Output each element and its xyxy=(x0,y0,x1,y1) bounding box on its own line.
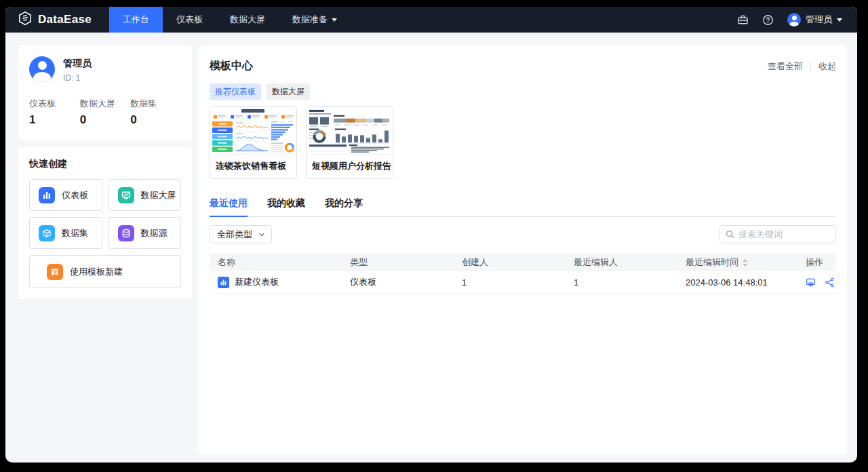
row-name[interactable]: 新建仪表板 xyxy=(235,276,279,288)
profile-card: 管理员 ID: 1 仪表板 1 数据大屏 0 数据集 0 xyxy=(18,45,192,140)
main-panel: 模板中心 查看全部 收起 推荐仪表板 数据大屏 xyxy=(199,45,847,454)
create-dataset-button[interactable]: 数据集 xyxy=(29,217,102,249)
col-creator: 创建人 xyxy=(462,256,574,269)
nav-label: 仪表板 xyxy=(176,14,203,26)
quick-create-label: 数据集 xyxy=(62,227,88,239)
template-card-title: 连锁茶饮销售看板 xyxy=(210,155,296,178)
share-icon[interactable] xyxy=(825,277,835,288)
divider xyxy=(810,62,811,71)
row-last-editor: 1 xyxy=(574,277,686,288)
col-last-edited: 最近编辑时间 xyxy=(686,256,797,269)
stat-dataset: 数据集 0 xyxy=(130,98,181,127)
create-from-template-button[interactable]: 使用模板新建 xyxy=(29,255,181,288)
create-datascreen-button[interactable]: 数据大屏 xyxy=(108,179,182,211)
nav-item-datascreen[interactable]: 数据大屏 xyxy=(216,7,279,33)
tab-my-shares[interactable]: 我的分享 xyxy=(325,197,363,216)
template-icon xyxy=(47,264,63,280)
collapse-link[interactable]: 收起 xyxy=(818,60,836,73)
quick-create-card: 快速创建 仪表板 数据大屏 xyxy=(18,147,192,299)
quick-create-label: 数据源 xyxy=(141,227,167,239)
stat-dashboard: 仪表板 1 xyxy=(29,98,80,127)
col-last-editor: 最近编辑人 xyxy=(574,256,686,269)
stat-value: 0 xyxy=(130,113,181,127)
nav-label: 工作台 xyxy=(123,14,149,26)
sort-icon[interactable] xyxy=(742,258,748,267)
search-icon xyxy=(726,230,734,239)
stat-label: 数据集 xyxy=(130,98,181,110)
tag-datascreen[interactable]: 数据大屏 xyxy=(267,83,310,100)
create-dashboard-button[interactable]: 仪表板 xyxy=(29,179,102,211)
datasource-icon xyxy=(118,225,134,241)
brand-name: DataEase xyxy=(38,13,92,26)
user-menu[interactable]: 管理员 xyxy=(787,13,842,26)
help-icon[interactable] xyxy=(762,14,774,26)
avatar xyxy=(29,56,55,82)
template-tags: 推荐仪表板 数据大屏 xyxy=(210,83,836,100)
tab-my-favorites[interactable]: 我的收藏 xyxy=(267,197,305,216)
profile-id: ID: 1 xyxy=(63,73,92,83)
chevron-down-icon xyxy=(332,18,337,22)
tag-recommended-dashboards[interactable]: 推荐仪表板 xyxy=(210,83,261,100)
dataease-logo-icon xyxy=(18,11,33,28)
dashboard-icon xyxy=(39,187,55,203)
nav-item-workbench[interactable]: 工作台 xyxy=(109,7,163,33)
col-actions: 操作 xyxy=(797,256,836,269)
search-input[interactable] xyxy=(738,229,830,239)
template-cards: 连锁茶饮销售看板 xyxy=(210,106,836,179)
recent-tabs: 最近使用 我的收藏 我的分享 xyxy=(210,197,836,217)
datascreen-icon xyxy=(118,187,134,203)
nav-label: 数据准备 xyxy=(292,14,328,26)
profile-stats: 仪表板 1 数据大屏 0 数据集 0 xyxy=(29,98,181,127)
table-header: 名称 类型 创建人 最近编辑人 最近编辑时间 操作 xyxy=(210,254,836,271)
top-navbar: DataEase 工作台 仪表板 数据大屏 数据准备 xyxy=(5,7,857,33)
template-thumbnail-video-report xyxy=(307,107,393,155)
template-thumbnail-tea-sales xyxy=(210,107,296,155)
row-type: 仪表板 xyxy=(350,276,462,288)
tab-recently-used[interactable]: 最近使用 xyxy=(210,197,248,216)
template-center-title: 模板中心 xyxy=(210,59,253,73)
view-all-link[interactable]: 查看全部 xyxy=(768,60,803,73)
template-card-video-report[interactable]: 短视频用户分析报告 xyxy=(306,106,393,179)
nav-label: 数据大屏 xyxy=(230,14,265,26)
chevron-down-icon xyxy=(258,231,265,238)
table-row[interactable]: 新建仪表板 仪表板 1 1 2024-03-06 14:48:01 xyxy=(210,271,836,294)
user-avatar xyxy=(787,13,801,26)
col-name: 名称 xyxy=(210,256,350,269)
chevron-down-icon xyxy=(837,18,842,22)
stat-label: 仪表板 xyxy=(29,98,80,110)
quick-create-label: 数据大屏 xyxy=(141,189,176,201)
recent-table: 名称 类型 创建人 最近编辑人 最近编辑时间 操作 xyxy=(210,254,836,294)
template-card-title: 短视频用户分析报告 xyxy=(307,155,393,178)
col-last-edited-label: 最近编辑时间 xyxy=(686,256,738,269)
brand-logo[interactable]: DataEase xyxy=(5,7,109,33)
row-creator: 1 xyxy=(462,277,574,288)
left-sidebar: 管理员 ID: 1 仪表板 1 数据大屏 0 数据集 0 xyxy=(18,45,192,463)
row-last-edited: 2024-03-06 14:48:01 xyxy=(686,277,797,288)
search-box xyxy=(719,225,836,243)
user-name: 管理员 xyxy=(806,14,832,26)
stat-value: 1 xyxy=(29,113,80,127)
navbar-right: 管理员 xyxy=(737,7,857,33)
quick-create-label: 仪表板 xyxy=(62,189,88,201)
nav-item-dashboard[interactable]: 仪表板 xyxy=(163,7,216,33)
type-filter-select[interactable]: 全部类型 xyxy=(210,225,272,243)
toolbox-icon[interactable] xyxy=(737,14,749,26)
quick-create-title: 快速创建 xyxy=(29,158,181,170)
profile-name: 管理员 xyxy=(63,56,92,70)
stat-value: 0 xyxy=(80,113,131,127)
create-datasource-button[interactable]: 数据源 xyxy=(108,217,182,249)
main-nav: 工作台 仪表板 数据大屏 数据准备 xyxy=(109,7,351,33)
content-area: 管理员 ID: 1 仪表板 1 数据大屏 0 数据集 0 xyxy=(5,33,857,463)
app-window: DataEase 工作台 仪表板 数据大屏 数据准备 xyxy=(5,7,857,463)
preview-monitor-icon[interactable] xyxy=(806,277,816,288)
type-filter-value: 全部类型 xyxy=(217,229,252,241)
col-type: 类型 xyxy=(350,256,462,269)
stat-datascreen: 数据大屏 0 xyxy=(80,98,131,127)
template-card-tea-sales[interactable]: 连锁茶饮销售看板 xyxy=(210,106,297,179)
quick-create-label: 使用模板新建 xyxy=(70,266,123,278)
nav-item-dataprep[interactable]: 数据准备 xyxy=(279,7,351,33)
dashboard-icon xyxy=(218,277,229,288)
stat-label: 数据大屏 xyxy=(80,98,131,110)
dataset-icon xyxy=(39,225,55,241)
